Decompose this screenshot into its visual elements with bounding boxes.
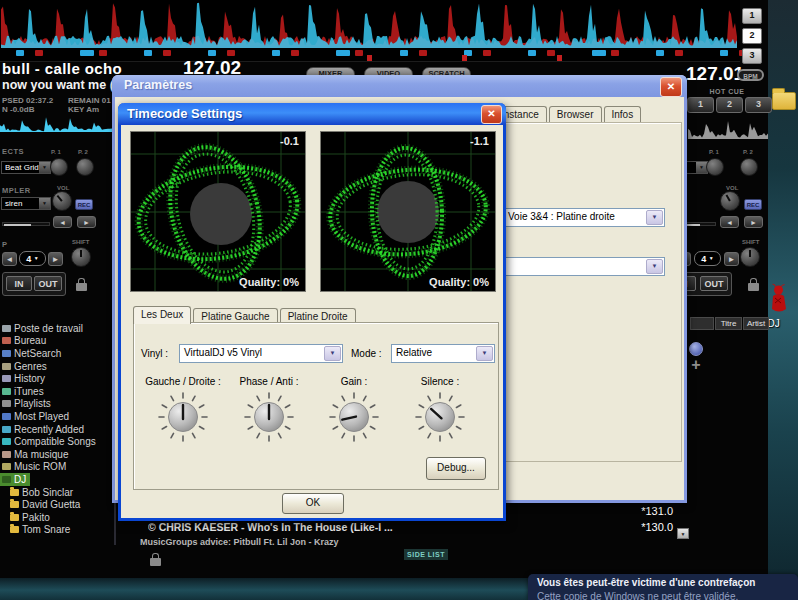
sampler-volume-knob[interactable] (720, 191, 740, 211)
sampler-prev-button[interactable]: ◄ (720, 216, 739, 228)
sidebar-item[interactable]: Recently Added (0, 423, 88, 436)
playlist-sort-dropdown[interactable]: ▼ (677, 528, 689, 539)
loop-length-display[interactable]: 4 ▼ (19, 251, 46, 266)
screen: al DJ 123 bull - calle ocho now you want… (0, 0, 798, 600)
musicgroups-advice-row[interactable]: MusicGroups advice: Pitbull Ft. Lil Jon … (140, 537, 339, 547)
chevron-down-icon[interactable]: ▼ (34, 255, 39, 261)
loop-out-button[interactable]: OUT (700, 276, 728, 291)
sidebar-item[interactable]: Bureau (0, 335, 50, 348)
wga-notification[interactable]: Vous êtes peut-être victime d'une contre… (528, 574, 798, 600)
gauche-droite-knob[interactable] (157, 391, 209, 443)
sidebar-item[interactable]: Genres (0, 360, 51, 373)
sampler-rec-button[interactable]: REC (744, 199, 762, 210)
loop-shift-knob[interactable] (740, 247, 760, 267)
beatgrid-anchor (557, 55, 562, 61)
netsearch-globe-icon[interactable] (689, 342, 703, 356)
deck-right-mini-waveform[interactable] (688, 117, 768, 141)
loop-shift-knob[interactable] (71, 247, 91, 267)
side-list-header-title[interactable]: Titre (715, 317, 742, 330)
sidebar-item[interactable]: Most Played (0, 410, 73, 423)
rhythm-waveform-panel[interactable] (0, 0, 740, 62)
hot-cue-button[interactable]: 2 (716, 97, 743, 113)
deck-select-button[interactable]: 2 (742, 28, 762, 44)
chevron-down-icon[interactable]: ▼ (39, 162, 50, 173)
sidebar-item[interactable]: History (0, 372, 49, 385)
loop-out-button[interactable]: OUT (34, 276, 62, 291)
hot-cue-label: HOT CUE (690, 88, 764, 95)
sampler-next-button[interactable]: ► (744, 216, 763, 228)
sidebar-item[interactable]: NetSearch (0, 347, 65, 360)
gain-knob[interactable] (328, 391, 380, 443)
sidebar-item[interactable]: iTunes (0, 385, 48, 398)
hot-cue-button[interactable]: 1 (687, 97, 714, 113)
sampler-next-button[interactable]: ► (77, 216, 96, 228)
deck-select-button[interactable]: 3 (742, 48, 762, 64)
sidebar-item[interactable]: Ma musique (0, 448, 72, 461)
chevron-down-icon[interactable]: ▼ (709, 255, 714, 261)
close-icon[interactable]: ✕ (481, 105, 502, 124)
close-icon[interactable]: ✕ (660, 77, 682, 97)
ok-button[interactable]: OK (282, 493, 344, 514)
effects-param1-knob[interactable] (50, 158, 68, 176)
side-list-header-blank[interactable] (690, 317, 714, 330)
effects-select[interactable]: Beat Grid ▼ (1, 161, 51, 174)
loop-double-button[interactable]: ► (48, 252, 63, 266)
add-track-icon[interactable]: + (688, 357, 704, 373)
silence-knob[interactable] (414, 391, 466, 443)
deck-left-mini-waveform[interactable] (0, 117, 113, 133)
side-list-tab[interactable]: SIDE LIST (404, 549, 448, 560)
desktop-folder-icon[interactable] (772, 92, 796, 110)
beat-marker-blue (144, 50, 152, 56)
hot-cue-button[interactable]: 3 (745, 97, 772, 113)
loop-length-display[interactable]: 4 ▼ (694, 251, 721, 266)
secondary-select[interactable]: ▼ (503, 257, 665, 276)
sampler-prev-button[interactable]: ◄ (53, 216, 72, 228)
deck-select-button[interactable]: 1 (742, 8, 762, 24)
parametres-title-bar[interactable]: Paramètres ✕ (112, 75, 687, 97)
chevron-down-icon[interactable]: ▼ (39, 198, 50, 209)
sidebar-item[interactable]: Bob Sinclar (8, 486, 77, 499)
parametres-tab[interactable]: Browser (549, 106, 602, 122)
chevron-down-icon[interactable]: ▼ (646, 259, 663, 274)
timecode-title-bar[interactable]: Timecode Settings ✕ (118, 103, 506, 125)
effects-param1-knob[interactable] (706, 158, 724, 176)
debug-button[interactable]: Debug... (426, 457, 486, 480)
sidebar-item[interactable]: Music ROM (0, 461, 70, 474)
lock-icon[interactable] (76, 283, 87, 291)
loop-double-button[interactable]: ► (724, 252, 739, 266)
chevron-down-icon[interactable]: ▼ (646, 210, 663, 225)
side-list-header-artist[interactable]: Artist (743, 317, 769, 330)
sidebar-item[interactable]: Compatible Songs (0, 435, 100, 448)
beat-marker-blue (80, 50, 94, 56)
effects-param2-knob[interactable] (740, 158, 758, 176)
sidebar-item[interactable]: David Guetta (8, 498, 84, 511)
vinyl-select[interactable]: VirtualDJ v5 Vinyl ▼ (179, 344, 343, 363)
sidebar-item[interactable]: Pakito (8, 511, 54, 524)
sampler-select[interactable]: siren ▼ (1, 197, 51, 210)
soundcard-select[interactable]: Voie 3&4 : Platine droite ▼ (503, 208, 665, 227)
sidebar-item[interactable]: Tom Snare (8, 524, 74, 537)
beat-marker-blue (528, 50, 536, 56)
sidebar-item-label: Pakito (22, 512, 50, 523)
sampler-volume-slider[interactable] (2, 222, 50, 226)
sampler-rec-button[interactable]: REC (75, 199, 93, 210)
loop-in-button[interactable]: IN (6, 276, 32, 291)
timecode-tab[interactable]: Les Deux (133, 306, 191, 324)
effects-param2-knob[interactable] (76, 158, 94, 176)
loop-half-button[interactable]: ◄ (2, 252, 17, 266)
chevron-down-icon[interactable]: ▼ (476, 346, 493, 361)
chevron-down-icon[interactable]: ▼ (324, 346, 341, 361)
sidebar-item-icon (2, 438, 11, 445)
phase-anti-knob[interactable] (243, 391, 295, 443)
sidebar-item[interactable]: Playlists (0, 398, 55, 411)
parametres-tab[interactable]: Infos (604, 106, 642, 122)
sidebar-item[interactable]: Poste de travail (0, 322, 87, 335)
playlist-bpm-value[interactable]: *131.0 (560, 504, 673, 520)
playlist-bpm-value[interactable]: *130.0 (560, 520, 673, 536)
lock-icon[interactable] (748, 283, 759, 291)
sidebar-item[interactable]: DJ (0, 473, 30, 486)
lock-icon[interactable] (150, 558, 161, 566)
virtualdj-shortcut-icon[interactable] (766, 283, 790, 315)
sampler-volume-knob[interactable] (52, 191, 72, 211)
mode-select[interactable]: Relative ▼ (391, 344, 495, 363)
